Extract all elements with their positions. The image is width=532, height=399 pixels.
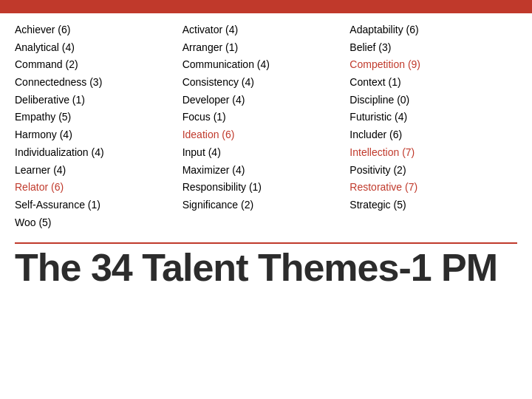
list-item: Intellection (7)	[349, 145, 517, 161]
column-2: Activator (4)Arranger (1)Communication (…	[183, 22, 350, 231]
list-item: Achiever (6)	[15, 22, 183, 38]
content-area: Achiever (6)Analytical (4)Command (2)Con…	[0, 13, 532, 296]
themes-grid: Achiever (6)Analytical (4)Command (2)Con…	[15, 22, 517, 231]
list-item: Belief (3)	[349, 40, 517, 56]
list-item: Competition (9)	[349, 57, 517, 73]
list-item: Communication (4)	[183, 57, 350, 73]
list-item: Restorative (7)	[349, 180, 517, 196]
list-item: Relator (6)	[15, 180, 183, 196]
list-item: Consistency (4)	[183, 75, 350, 91]
list-item: Futuristic (4)	[349, 109, 517, 126]
list-item: Focus (1)	[183, 109, 350, 126]
list-item: Input (4)	[183, 145, 350, 161]
list-item: Analytical (4)	[15, 40, 183, 56]
list-item: Connectedness (3)	[15, 75, 183, 91]
list-item: Responsibility (1)	[183, 180, 350, 196]
list-item: Ideation (6)	[183, 127, 350, 143]
list-item: Activator (4)	[183, 22, 350, 38]
list-item: Command (2)	[15, 57, 183, 73]
list-item: Context (1)	[349, 75, 517, 91]
list-item: Discipline (0)	[349, 92, 517, 109]
list-item: Adaptability (6)	[349, 22, 517, 38]
list-item: Deliberative (1)	[15, 92, 183, 109]
list-item: Arranger (1)	[183, 40, 350, 56]
list-item: Significance (2)	[183, 197, 350, 214]
top-bar	[0, 0, 532, 13]
list-item: Learner (4)	[15, 163, 183, 179]
page-title: The 34 Talent Themes-1 PM	[15, 247, 517, 289]
list-item: Individualization (4)	[15, 145, 183, 161]
list-item: Self-Assurance (1)	[15, 197, 183, 214]
column-3: Adaptability (6)Belief (3)Competition (9…	[349, 22, 517, 231]
list-item: Maximizer (4)	[183, 163, 350, 179]
list-item: Developer (4)	[183, 92, 350, 109]
list-item: Woo (5)	[15, 215, 183, 231]
list-item: Positivity (2)	[349, 163, 517, 179]
list-item: Empathy (5)	[15, 109, 183, 126]
list-item: Strategic (5)	[349, 197, 517, 214]
list-item: Harmony (4)	[15, 127, 183, 143]
list-item: Includer (6)	[349, 127, 517, 143]
divider	[15, 242, 517, 244]
column-1: Achiever (6)Analytical (4)Command (2)Con…	[15, 22, 183, 231]
